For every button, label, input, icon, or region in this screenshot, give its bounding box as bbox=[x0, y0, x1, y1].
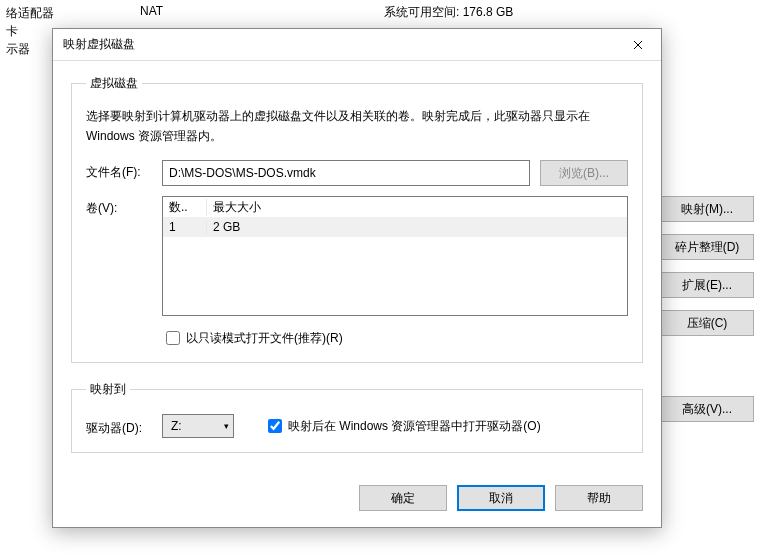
bg-expand-button[interactable]: 扩展(E)... bbox=[660, 272, 754, 298]
bg-defrag-button[interactable]: 碎片整理(D) bbox=[660, 234, 754, 260]
filename-label: 文件名(F): bbox=[86, 160, 162, 181]
map-to-legend: 映射到 bbox=[86, 381, 130, 398]
chevron-down-icon: ▾ bbox=[224, 421, 229, 431]
dialog-title: 映射虚拟磁盘 bbox=[63, 36, 615, 53]
bg-advanced-area: 高级(V)... bbox=[660, 396, 754, 422]
ok-button[interactable]: 确定 bbox=[359, 485, 447, 511]
browse-button[interactable]: 浏览(B)... bbox=[540, 160, 628, 186]
filename-input[interactable] bbox=[162, 160, 530, 186]
readonly-row: 以只读模式打开文件(推荐)(R) bbox=[162, 328, 628, 348]
readonly-label[interactable]: 以只读模式打开文件(推荐)(R) bbox=[186, 330, 343, 347]
bg-compress-button[interactable]: 压缩(C) bbox=[660, 310, 754, 336]
volume-row-1[interactable]: 1 2 GB bbox=[163, 217, 627, 237]
bg-item-card: 卡 bbox=[6, 22, 54, 40]
open-after-checkbox[interactable] bbox=[268, 419, 282, 433]
drive-selected-value: Z: bbox=[171, 419, 224, 433]
bg-available-space: 系统可用空间: 176.8 GB bbox=[384, 4, 513, 21]
close-button[interactable] bbox=[615, 29, 661, 61]
bg-advanced-button[interactable]: 高级(V)... bbox=[660, 396, 754, 422]
bg-right-button-group: 映射(M)... 碎片整理(D) 扩展(E)... 压缩(C) bbox=[660, 196, 754, 336]
help-button[interactable]: 帮助 bbox=[555, 485, 643, 511]
bg-left-list: 络适配器 卡 示器 bbox=[6, 4, 54, 58]
volume-row-1-size: 2 GB bbox=[207, 220, 627, 234]
virtual-disk-legend: 虚拟磁盘 bbox=[86, 75, 142, 92]
bg-item-network: 络适配器 bbox=[6, 4, 54, 22]
readonly-checkbox[interactable] bbox=[166, 331, 180, 345]
map-virtual-disk-dialog: 映射虚拟磁盘 虚拟磁盘 选择要映射到计算机驱动器上的虚拟磁盘文件以及相关联的卷。… bbox=[52, 28, 662, 528]
titlebar: 映射虚拟磁盘 bbox=[53, 29, 661, 61]
cancel-button[interactable]: 取消 bbox=[457, 485, 545, 511]
dialog-body: 虚拟磁盘 选择要映射到计算机驱动器上的虚拟磁盘文件以及相关联的卷。映射完成后，此… bbox=[53, 61, 661, 485]
close-icon bbox=[633, 40, 643, 50]
volume-header-maxsize[interactable]: 最大大小 bbox=[207, 199, 627, 216]
volume-header-index[interactable]: 数.. bbox=[163, 199, 207, 216]
drive-combobox[interactable]: Z: ▾ bbox=[162, 414, 234, 438]
dialog-button-row: 确定 取消 帮助 bbox=[53, 485, 661, 527]
volume-row-1-index: 1 bbox=[163, 220, 207, 234]
volume-row: 卷(V): 数.. 最大大小 1 2 GB bbox=[86, 196, 628, 316]
open-after-row: 映射后在 Windows 资源管理器中打开驱动器(O) bbox=[264, 416, 541, 436]
drive-label: 驱动器(D): bbox=[86, 416, 162, 437]
bg-item-display: 示器 bbox=[6, 40, 54, 58]
virtual-disk-description: 选择要映射到计算机驱动器上的虚拟磁盘文件以及相关联的卷。映射完成后，此驱动器只显… bbox=[86, 106, 628, 146]
volume-list[interactable]: 数.. 最大大小 1 2 GB bbox=[162, 196, 628, 316]
filename-row: 文件名(F): 浏览(B)... bbox=[86, 160, 628, 186]
bg-nat-label: NAT bbox=[140, 4, 163, 18]
open-after-label[interactable]: 映射后在 Windows 资源管理器中打开驱动器(O) bbox=[288, 418, 541, 435]
map-to-group: 映射到 驱动器(D): Z: ▾ 映射后在 Windows 资源管理器中打开驱动… bbox=[71, 381, 643, 453]
volume-header: 数.. 最大大小 bbox=[163, 197, 627, 217]
virtual-disk-group: 虚拟磁盘 选择要映射到计算机驱动器上的虚拟磁盘文件以及相关联的卷。映射完成后，此… bbox=[71, 75, 643, 363]
drive-row: 驱动器(D): Z: ▾ 映射后在 Windows 资源管理器中打开驱动器(O) bbox=[86, 414, 628, 438]
volume-label: 卷(V): bbox=[86, 196, 162, 217]
bg-map-button[interactable]: 映射(M)... bbox=[660, 196, 754, 222]
